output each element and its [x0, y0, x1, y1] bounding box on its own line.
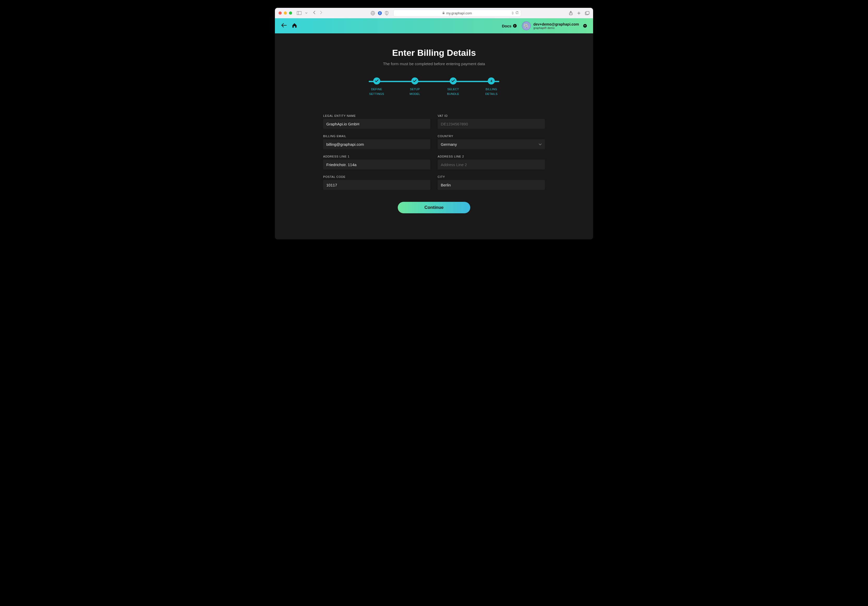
sidebar-toggle-icon[interactable]: [297, 11, 302, 15]
billing-email-input[interactable]: [323, 139, 430, 149]
nav-forward-button[interactable]: [320, 11, 322, 15]
url-bar[interactable]: my.graphapi.com ⟨⟩: [393, 10, 521, 17]
window-zoom-button[interactable]: [289, 11, 292, 15]
docs-label: Docs: [502, 24, 512, 28]
step-select-bundle[interactable]: SELECT BUNDLE: [445, 77, 461, 96]
home-icon[interactable]: [291, 22, 297, 29]
step-circle: [373, 77, 380, 84]
billing-form: LEGAL ENTITY NAME VAT ID BILLING EMAIL C…: [323, 114, 545, 213]
window-close-button[interactable]: [279, 11, 282, 15]
chevron-down-icon: [583, 24, 587, 28]
check-icon: [451, 79, 455, 83]
traffic-lights: [279, 11, 292, 15]
new-tab-icon[interactable]: [577, 11, 581, 15]
address2-label: ADDRESS LINE 2: [438, 155, 545, 158]
tab-overview-icon[interactable]: [585, 11, 589, 15]
legal-entity-input[interactable]: [323, 119, 430, 129]
share-icon[interactable]: [569, 11, 573, 15]
shield-icon[interactable]: [385, 11, 389, 15]
app-header: Docs 🐘 dev+demo@graphapi.com graphapi® d…: [275, 18, 593, 33]
continue-button[interactable]: Continue: [398, 202, 470, 213]
nav-back-button[interactable]: [313, 11, 316, 15]
user-menu[interactable]: 🐘 dev+demo@graphapi.com graphapi® demo: [522, 22, 587, 30]
svg-rect-10: [586, 11, 589, 14]
step-label: SETUP MODEL: [409, 88, 420, 95]
chevron-right-icon: [513, 24, 517, 28]
step-define-settings[interactable]: DEFINE SETTINGS: [369, 77, 384, 96]
page-title: Enter Billing Details: [275, 48, 593, 58]
address2-input[interactable]: [438, 160, 545, 169]
reload-icon[interactable]: [515, 11, 519, 15]
user-email: dev+demo@graphapi.com: [533, 22, 579, 26]
step-label: SELECT BUNDLE: [447, 88, 459, 95]
step-label: BILLING DETAILS: [485, 88, 498, 95]
page-content: Enter Billing Details The form must be c…: [275, 33, 593, 239]
vat-id-label: VAT ID: [438, 114, 545, 117]
reader-icon[interactable]: ⟨⟩: [512, 11, 513, 15]
user-org: graphapi® demo: [533, 26, 579, 29]
browser-chrome: my.graphapi.com ⟨⟩: [275, 8, 593, 18]
city-input[interactable]: [438, 180, 545, 190]
step-circle: 4: [488, 77, 495, 84]
progress-stepper: DEFINE SETTINGS SETUP MODEL: [369, 77, 499, 96]
check-icon: [375, 79, 378, 83]
browser-window: my.graphapi.com ⟨⟩: [275, 8, 593, 239]
step-billing-details[interactable]: 4 BILLING DETAILS: [484, 77, 499, 96]
svg-rect-6: [380, 12, 380, 14]
city-label: CITY: [438, 175, 545, 178]
country-label: COUNTRY: [438, 135, 545, 138]
lock-icon: [442, 11, 445, 15]
docs-link[interactable]: Docs: [502, 24, 517, 28]
chevron-down-icon[interactable]: [305, 12, 307, 14]
svg-rect-0: [297, 11, 302, 15]
step-setup-model[interactable]: SETUP MODEL: [407, 77, 423, 96]
password-manager-icon[interactable]: [378, 11, 382, 15]
svg-rect-7: [443, 12, 445, 14]
country-select[interactable]: Germany: [438, 139, 545, 149]
globe-icon[interactable]: [370, 11, 375, 15]
app-back-button[interactable]: [281, 23, 287, 29]
page-subtitle: The form must be completed before enteri…: [275, 62, 593, 66]
billing-email-label: BILLING EMAIL: [323, 135, 430, 138]
step-circle: [411, 77, 418, 84]
address1-label: ADDRESS LINE 1: [323, 155, 430, 158]
step-circle: [450, 77, 457, 84]
avatar: 🐘: [522, 22, 531, 30]
url-text: my.graphapi.com: [446, 11, 472, 15]
legal-entity-label: LEGAL ENTITY NAME: [323, 114, 430, 117]
check-icon: [413, 79, 417, 83]
postal-label: POSTAL CODE: [323, 175, 430, 178]
step-number: 4: [490, 79, 492, 83]
step-label: DEFINE SETTINGS: [369, 88, 384, 95]
postal-input[interactable]: [323, 180, 430, 190]
vat-id-input[interactable]: [438, 119, 545, 129]
window-minimize-button[interactable]: [284, 11, 287, 15]
address1-input[interactable]: [323, 160, 430, 169]
